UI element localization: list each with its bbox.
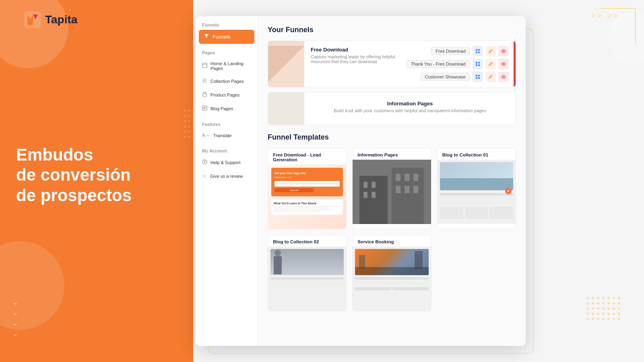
- sidebar-item-blog[interactable]: Blog Pages: [196, 102, 258, 115]
- svg-rect-87: [478, 77, 480, 79]
- sidebar-section-pages: Pages: [196, 44, 258, 58]
- svg-point-50: [608, 313, 610, 315]
- funnel-edit-btn-2[interactable]: [485, 59, 496, 69]
- template-card-free-download-lead[interactable]: Free Download - Lead Generation Get your…: [268, 148, 347, 229]
- svg-point-32: [587, 302, 589, 304]
- svg-rect-95: [363, 192, 367, 198]
- template-label-information-pages: Information Pages: [353, 148, 431, 160]
- svg-point-46: [587, 313, 589, 315]
- svg-point-2: [188, 110, 190, 112]
- svg-point-71: [204, 163, 205, 163]
- template-label-free-download-lead: Free Download - Lead Generation: [268, 148, 346, 165]
- svg-point-27: [597, 297, 599, 299]
- svg-point-38: [618, 302, 620, 304]
- svg-point-37: [613, 302, 615, 304]
- tapita-logo-icon: [24, 11, 41, 28]
- sidebar-item-home-landing-label: Home & Landing Pages: [211, 61, 251, 71]
- svg-point-45: [618, 308, 620, 310]
- svg-point-33: [592, 302, 594, 304]
- template-label-service-booking: Service Booking: [353, 235, 431, 247]
- funnel-action-row-1: Free Download: [431, 46, 509, 56]
- your-funnels-title: Your Funnels: [268, 26, 516, 34]
- sidebar-item-funnels-label: Funnels: [213, 34, 230, 40]
- svg-point-5: [184, 115, 186, 117]
- sidebar-item-help[interactable]: Help & Support: [196, 156, 258, 169]
- funnel-action-free-download-btn[interactable]: Free Download: [431, 47, 470, 55]
- hero-text: Embudos de conversión de prospectos: [16, 145, 132, 206]
- svg-point-49: [603, 313, 605, 315]
- svg-point-26: [592, 297, 594, 299]
- svg-rect-86: [476, 77, 477, 79]
- template-card-blog-collection-01[interactable]: Blog to Collection 01 +: [437, 148, 516, 229]
- funnel-action-showcase-btn[interactable]: Customer Showcase: [421, 73, 471, 81]
- svg-point-6: [188, 115, 190, 117]
- funnel-grid-btn-3[interactable]: [473, 72, 483, 82]
- svg-rect-101: [405, 186, 409, 193]
- svg-rect-75: [478, 49, 480, 51]
- template-thumb-service-booking: [353, 247, 431, 311]
- sidebar-item-product[interactable]: Product Pages: [196, 88, 258, 102]
- svg-point-13: [184, 125, 186, 128]
- svg-rect-60: [202, 63, 207, 68]
- svg-rect-81: [476, 64, 477, 66]
- svg-point-55: [597, 318, 599, 320]
- funnel-grid-btn-1[interactable]: [473, 46, 483, 56]
- template-thumb-blog-02: [268, 247, 346, 311]
- template-thumb-free-download: Get your free copy now. Participate now!…: [268, 165, 346, 229]
- chevrons-decoration: ⌄ ⌄ ⌄ ⌄: [12, 298, 18, 338]
- svg-rect-97: [396, 174, 400, 181]
- funnel-card-red-bar: [514, 41, 516, 87]
- sidebar-item-translate[interactable]: A↔ Translate: [196, 129, 258, 142]
- svg-point-35: [603, 302, 605, 304]
- svg-point-19: [192, 131, 194, 133]
- svg-point-88: [503, 76, 504, 78]
- funnel-eye-btn-1[interactable]: [498, 46, 509, 56]
- template-label-blog-collection-02: Blog to Collection 02: [268, 235, 346, 247]
- svg-rect-84: [476, 75, 477, 76]
- template-card-blog-collection-02[interactable]: Blog to Collection 02: [268, 235, 347, 311]
- funnel-eye-btn-2[interactable]: [498, 59, 509, 69]
- templates-grid: Free Download - Lead Generation Get your…: [268, 148, 516, 229]
- funnel-edit-btn-1[interactable]: [485, 46, 496, 56]
- logo-area[interactable]: Tapita: [24, 11, 77, 28]
- funnel-card-free-download: Free Download Capture marketing leads by…: [268, 41, 516, 87]
- svg-point-59: [618, 318, 620, 320]
- sidebar-item-home-landing[interactable]: Home & Landing Pages: [196, 58, 258, 74]
- svg-point-83: [503, 64, 504, 65]
- template-card-service-booking[interactable]: Service Booking: [352, 235, 431, 311]
- svg-rect-85: [478, 75, 480, 76]
- svg-point-51: [613, 313, 615, 315]
- funnel-action-row-3: Customer Showcase: [421, 72, 509, 82]
- svg-point-21: [184, 136, 186, 138]
- svg-point-78: [503, 51, 504, 52]
- sidebar-section-account: My Account: [196, 142, 258, 156]
- funnel-body-info-pages: Information Pages Build trust with your …: [304, 93, 516, 125]
- funnels-icon: [204, 33, 209, 40]
- svg-point-18: [188, 131, 190, 133]
- funnel-desc-free-download: Capture marketing leads by offering help…: [311, 54, 395, 64]
- main-content: Your Funnels Free Download Capture marke…: [258, 16, 526, 346]
- svg-point-15: [192, 125, 194, 128]
- sidebar-item-funnels[interactable]: Funnels: [199, 30, 254, 44]
- funnel-eye-btn-3[interactable]: [498, 72, 509, 82]
- svg-point-23: [192, 136, 194, 138]
- svg-rect-79: [476, 62, 477, 64]
- sidebar-item-collection[interactable]: Collection Pages: [196, 74, 258, 88]
- funnel-edit-btn-3[interactable]: [485, 72, 496, 82]
- template-thumb-information: Contact Us Button Button Button: [353, 160, 431, 224]
- template-empty-slot: [437, 235, 516, 311]
- template-card-information-pages[interactable]: Information Pages Contact Us Button Butt…: [352, 148, 431, 229]
- funnel-actions-free-download: Free Download: [402, 41, 514, 87]
- svg-rect-96: [372, 192, 376, 198]
- sidebar-item-review[interactable]: ☆ Give us a review: [196, 169, 258, 183]
- svg-point-28: [603, 297, 605, 299]
- svg-point-47: [592, 313, 594, 315]
- svg-point-11: [192, 120, 194, 122]
- funnel-grid-btn-2[interactable]: [473, 59, 483, 69]
- corner-frame-top-right: [600, 8, 636, 44]
- funnel-thumb-free-download: [268, 41, 304, 87]
- sidebar-item-translate-label: Translate: [213, 133, 231, 138]
- funnel-thumb-info-pages: [268, 93, 304, 125]
- funnel-action-thankyou-btn[interactable]: Thank You - Free Download: [407, 60, 470, 68]
- svg-point-52: [618, 313, 620, 315]
